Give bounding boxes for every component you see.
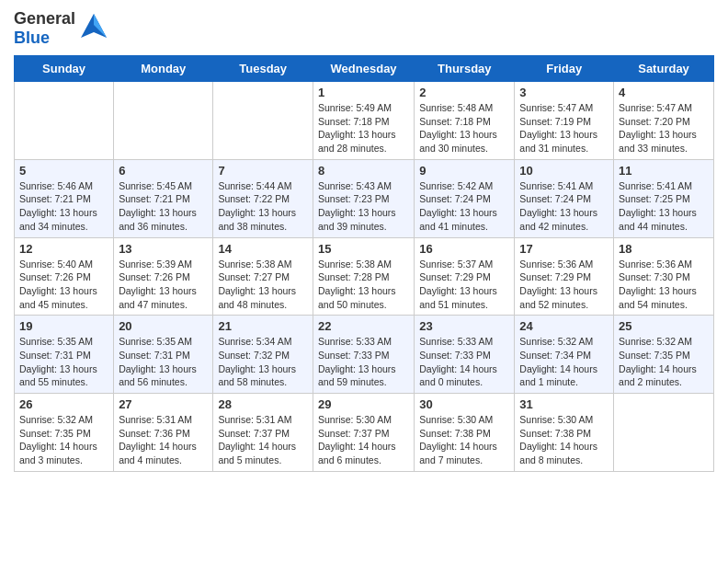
weekday-header-friday: Friday bbox=[515, 56, 614, 82]
day-info: Sunrise: 5:40 AMSunset: 7:26 PMDaylight:… bbox=[19, 258, 108, 312]
day-info: Sunrise: 5:38 AMSunset: 7:27 PMDaylight:… bbox=[218, 258, 308, 312]
calendar-cell: 19Sunrise: 5:35 AMSunset: 7:31 PMDayligh… bbox=[15, 316, 114, 394]
day-info: Sunrise: 5:36 AMSunset: 7:30 PMDaylight:… bbox=[619, 258, 709, 312]
day-info: Sunrise: 5:49 AMSunset: 7:18 PMDaylight:… bbox=[318, 101, 409, 155]
day-number: 15 bbox=[318, 242, 409, 256]
day-info: Sunrise: 5:48 AMSunset: 7:18 PMDaylight:… bbox=[419, 101, 509, 155]
day-info: Sunrise: 5:43 AMSunset: 7:23 PMDaylight:… bbox=[318, 179, 409, 234]
logo-general: General bbox=[14, 9, 75, 28]
calendar-cell: 13Sunrise: 5:39 AMSunset: 7:26 PMDayligh… bbox=[114, 237, 213, 316]
logo-wordmark: General Blue bbox=[14, 9, 75, 48]
day-info: Sunrise: 5:30 AMSunset: 7:38 PMDaylight:… bbox=[519, 413, 609, 467]
calendar-cell: 30Sunrise: 5:30 AMSunset: 7:38 PMDayligh… bbox=[415, 394, 515, 472]
day-number: 6 bbox=[119, 164, 208, 178]
calendar-cell: 1Sunrise: 5:49 AMSunset: 7:18 PMDaylight… bbox=[313, 82, 414, 160]
day-number: 28 bbox=[218, 397, 308, 411]
day-number: 2 bbox=[419, 86, 509, 99]
day-number: 26 bbox=[19, 397, 108, 411]
calendar-cell: 6Sunrise: 5:45 AMSunset: 7:21 PMDaylight… bbox=[114, 159, 213, 237]
day-info: Sunrise: 5:47 AMSunset: 7:20 PMDaylight:… bbox=[619, 101, 709, 155]
calendar-cell: 12Sunrise: 5:40 AMSunset: 7:26 PMDayligh… bbox=[15, 237, 114, 316]
day-info: Sunrise: 5:30 AMSunset: 7:38 PMDaylight:… bbox=[419, 413, 509, 467]
day-info: Sunrise: 5:32 AMSunset: 7:34 PMDaylight:… bbox=[519, 335, 609, 389]
day-info: Sunrise: 5:39 AMSunset: 7:26 PMDaylight:… bbox=[119, 258, 208, 312]
day-number: 30 bbox=[419, 397, 509, 411]
calendar-cell: 18Sunrise: 5:36 AMSunset: 7:30 PMDayligh… bbox=[614, 237, 714, 316]
day-info: Sunrise: 5:36 AMSunset: 7:29 PMDaylight:… bbox=[519, 258, 609, 312]
day-info: Sunrise: 5:41 AMSunset: 7:25 PMDaylight:… bbox=[619, 179, 709, 234]
day-info: Sunrise: 5:37 AMSunset: 7:29 PMDaylight:… bbox=[419, 258, 509, 312]
day-number: 23 bbox=[419, 319, 509, 333]
calendar-cell: 16Sunrise: 5:37 AMSunset: 7:29 PMDayligh… bbox=[415, 237, 515, 316]
calendar-cell: 20Sunrise: 5:35 AMSunset: 7:31 PMDayligh… bbox=[114, 316, 213, 394]
day-info: Sunrise: 5:33 AMSunset: 7:33 PMDaylight:… bbox=[318, 335, 409, 389]
day-number: 11 bbox=[619, 164, 709, 178]
calendar-cell: 4Sunrise: 5:47 AMSunset: 7:20 PMDaylight… bbox=[614, 82, 714, 160]
day-number: 9 bbox=[419, 164, 509, 178]
day-number: 25 bbox=[619, 319, 709, 333]
logo-blue: Blue bbox=[14, 29, 50, 47]
calendar-cell bbox=[15, 82, 114, 160]
calendar-cell: 25Sunrise: 5:32 AMSunset: 7:35 PMDayligh… bbox=[614, 316, 714, 394]
day-number: 4 bbox=[619, 86, 709, 99]
day-info: Sunrise: 5:31 AMSunset: 7:37 PMDaylight:… bbox=[218, 413, 308, 467]
calendar-cell: 11Sunrise: 5:41 AMSunset: 7:25 PMDayligh… bbox=[614, 159, 714, 237]
weekday-header-tuesday: Tuesday bbox=[213, 56, 313, 82]
day-info: Sunrise: 5:32 AMSunset: 7:35 PMDaylight:… bbox=[619, 335, 709, 389]
day-number: 29 bbox=[318, 397, 409, 411]
day-number: 12 bbox=[19, 242, 108, 256]
day-info: Sunrise: 5:44 AMSunset: 7:22 PMDaylight:… bbox=[218, 179, 308, 234]
day-number: 3 bbox=[519, 86, 609, 99]
calendar-cell: 29Sunrise: 5:30 AMSunset: 7:37 PMDayligh… bbox=[313, 394, 414, 472]
week-row-5: 26Sunrise: 5:32 AMSunset: 7:35 PMDayligh… bbox=[15, 394, 714, 472]
day-info: Sunrise: 5:47 AMSunset: 7:19 PMDaylight:… bbox=[519, 101, 609, 155]
calendar-cell: 7Sunrise: 5:44 AMSunset: 7:22 PMDaylight… bbox=[213, 159, 313, 237]
day-info: Sunrise: 5:35 AMSunset: 7:31 PMDaylight:… bbox=[19, 335, 108, 389]
calendar-cell: 9Sunrise: 5:42 AMSunset: 7:24 PMDaylight… bbox=[415, 159, 515, 237]
day-info: Sunrise: 5:41 AMSunset: 7:24 PMDaylight:… bbox=[519, 179, 609, 234]
day-number: 16 bbox=[419, 242, 509, 256]
day-number: 5 bbox=[19, 164, 108, 178]
day-info: Sunrise: 5:46 AMSunset: 7:21 PMDaylight:… bbox=[19, 179, 108, 234]
calendar-cell bbox=[614, 394, 714, 472]
weekday-header-saturday: Saturday bbox=[614, 56, 714, 82]
day-number: 13 bbox=[119, 242, 208, 256]
day-number: 22 bbox=[318, 319, 409, 333]
day-number: 17 bbox=[519, 242, 609, 256]
week-row-3: 12Sunrise: 5:40 AMSunset: 7:26 PMDayligh… bbox=[15, 237, 714, 316]
day-number: 8 bbox=[318, 164, 409, 178]
day-number: 21 bbox=[218, 319, 308, 333]
day-number: 24 bbox=[519, 319, 609, 333]
day-info: Sunrise: 5:34 AMSunset: 7:32 PMDaylight:… bbox=[218, 335, 308, 389]
day-info: Sunrise: 5:35 AMSunset: 7:31 PMDaylight:… bbox=[119, 335, 208, 389]
calendar-cell: 26Sunrise: 5:32 AMSunset: 7:35 PMDayligh… bbox=[15, 394, 114, 472]
calendar-cell: 23Sunrise: 5:33 AMSunset: 7:33 PMDayligh… bbox=[415, 316, 515, 394]
calendar-cell: 2Sunrise: 5:48 AMSunset: 7:18 PMDaylight… bbox=[415, 82, 515, 160]
calendar-cell: 21Sunrise: 5:34 AMSunset: 7:32 PMDayligh… bbox=[213, 316, 313, 394]
day-info: Sunrise: 5:42 AMSunset: 7:24 PMDaylight:… bbox=[419, 179, 509, 234]
calendar-page: General Blue SundayMondayTuesdayWednesda… bbox=[0, 0, 728, 486]
day-info: Sunrise: 5:33 AMSunset: 7:33 PMDaylight:… bbox=[419, 335, 509, 389]
calendar-cell: 14Sunrise: 5:38 AMSunset: 7:27 PMDayligh… bbox=[213, 237, 313, 316]
day-number: 19 bbox=[19, 319, 108, 333]
week-row-1: 1Sunrise: 5:49 AMSunset: 7:18 PMDaylight… bbox=[15, 82, 714, 160]
logo-icon bbox=[79, 12, 108, 45]
day-number: 27 bbox=[119, 397, 208, 411]
calendar-cell: 17Sunrise: 5:36 AMSunset: 7:29 PMDayligh… bbox=[515, 237, 614, 316]
day-number: 18 bbox=[619, 242, 709, 256]
calendar-cell: 15Sunrise: 5:38 AMSunset: 7:28 PMDayligh… bbox=[313, 237, 414, 316]
week-row-4: 19Sunrise: 5:35 AMSunset: 7:31 PMDayligh… bbox=[15, 316, 714, 394]
calendar-cell: 22Sunrise: 5:33 AMSunset: 7:33 PMDayligh… bbox=[313, 316, 414, 394]
day-number: 1 bbox=[318, 86, 409, 99]
calendar-cell: 24Sunrise: 5:32 AMSunset: 7:34 PMDayligh… bbox=[515, 316, 614, 394]
header: General Blue bbox=[14, 9, 714, 48]
day-info: Sunrise: 5:45 AMSunset: 7:21 PMDaylight:… bbox=[119, 179, 208, 234]
day-info: Sunrise: 5:30 AMSunset: 7:37 PMDaylight:… bbox=[318, 413, 409, 467]
calendar-cell bbox=[114, 82, 213, 160]
calendar-cell bbox=[213, 82, 313, 160]
day-number: 7 bbox=[218, 164, 308, 178]
day-info: Sunrise: 5:31 AMSunset: 7:36 PMDaylight:… bbox=[119, 413, 208, 467]
day-info: Sunrise: 5:38 AMSunset: 7:28 PMDaylight:… bbox=[318, 258, 409, 312]
weekday-header-monday: Monday bbox=[114, 56, 213, 82]
weekday-header-wednesday: Wednesday bbox=[313, 56, 414, 82]
